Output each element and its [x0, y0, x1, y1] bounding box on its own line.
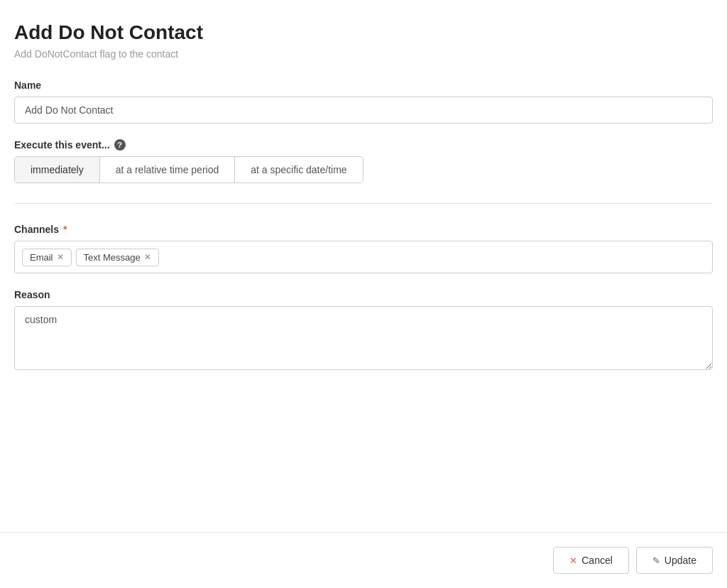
- reason-textarea[interactable]: custom: [14, 306, 713, 370]
- update-icon: ✎: [652, 555, 660, 566]
- tag-email-remove[interactable]: ✕: [57, 253, 64, 261]
- execute-label: Execute this event... ?: [14, 139, 713, 151]
- help-icon[interactable]: ?: [114, 139, 126, 151]
- execute-toggle-group: immediately at a relative time period at…: [14, 156, 364, 183]
- name-label: Name: [14, 80, 713, 91]
- tag-text-message-remove[interactable]: ✕: [144, 253, 151, 261]
- tag-email: Email ✕: [22, 249, 72, 266]
- cancel-button[interactable]: ✕ Cancel: [553, 547, 629, 574]
- toggle-relative[interactable]: at a relative time period: [100, 157, 236, 183]
- reason-field-group: Reason custom: [14, 289, 713, 372]
- toggle-specific[interactable]: at a specific date/time: [235, 157, 362, 183]
- name-input[interactable]: [14, 97, 713, 124]
- reason-label: Reason: [14, 289, 713, 300]
- toggle-immediately[interactable]: immediately: [15, 157, 100, 183]
- cancel-icon: ✕: [569, 555, 577, 566]
- page-container: Add Do Not Contact Add DoNotContact flag…: [0, 0, 727, 588]
- page-subtitle: Add DoNotContact flag to the contact: [14, 48, 713, 60]
- channels-field-group: Channels * Email ✕ Text Message ✕: [14, 224, 713, 273]
- name-field-group: Name: [14, 80, 713, 124]
- execute-field-group: Execute this event... ? immediately at a…: [14, 139, 713, 183]
- update-button[interactable]: ✎ Update: [636, 547, 713, 574]
- tag-text-message: Text Message ✕: [76, 249, 159, 266]
- page-title: Add Do Not Contact: [14, 21, 713, 44]
- footer: ✕ Cancel ✎ Update: [0, 532, 727, 588]
- section-divider: [14, 203, 713, 204]
- channels-tags-input[interactable]: Email ✕ Text Message ✕: [14, 241, 713, 273]
- required-indicator: *: [63, 224, 67, 235]
- channels-label: Channels *: [14, 224, 713, 235]
